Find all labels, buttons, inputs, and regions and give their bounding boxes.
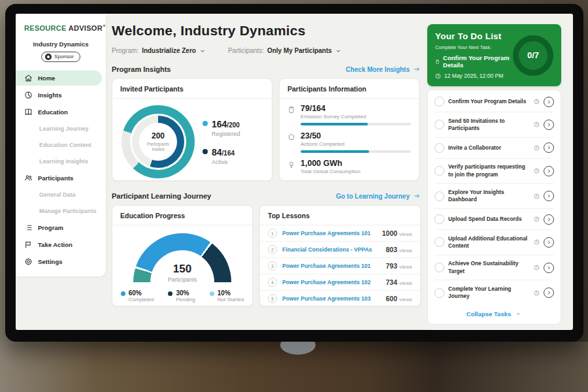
education-progress-title: Education Progress bbox=[112, 206, 252, 225]
education-gauge-chart: 150 Participants 60% Completed bbox=[112, 225, 252, 302]
task-label: Upload Spend Data Records bbox=[448, 216, 530, 223]
participants-filter-label: Participants: bbox=[228, 47, 264, 54]
task-open-button[interactable] bbox=[544, 191, 554, 201]
chevron-down-icon bbox=[335, 48, 342, 54]
check-more-insights-link[interactable]: Check More Insights bbox=[346, 66, 421, 73]
task-open-button[interactable] bbox=[544, 166, 554, 176]
clock-icon bbox=[534, 290, 540, 296]
sidebar-item-insights[interactable]: Insights bbox=[16, 88, 102, 103]
task-open-button[interactable] bbox=[544, 214, 554, 225]
lesson-link[interactable]: Power Purchase Agreements 101 bbox=[282, 263, 381, 269]
task-open-button[interactable] bbox=[544, 237, 554, 248]
pending-pct: 30% bbox=[176, 289, 195, 297]
task-checkbox[interactable] bbox=[434, 191, 444, 201]
sidebar-item-label: Learning Journey bbox=[39, 125, 89, 132]
learning-journey-header: Participant Learning Journey Go to Learn… bbox=[112, 192, 421, 200]
go-to-learning-journey-link[interactable]: Go to Learning Journey bbox=[336, 193, 421, 200]
arrow-right-icon bbox=[413, 193, 421, 199]
bulb-icon bbox=[287, 161, 295, 169]
logo-text-primary: RESOURCE bbox=[24, 24, 67, 32]
clock-icon bbox=[534, 99, 540, 105]
clock-icon bbox=[534, 193, 540, 199]
lesson-link[interactable]: Power Purchase Agreements 101 bbox=[282, 230, 377, 237]
top-lessons-title: Top Lessons bbox=[260, 206, 420, 225]
recent-news-title: Recent News bbox=[428, 329, 570, 330]
actions-icon bbox=[287, 133, 295, 141]
views-word: views bbox=[399, 231, 412, 237]
task-open-button[interactable] bbox=[544, 97, 554, 107]
task-checkbox[interactable] bbox=[434, 166, 444, 176]
task-label: Send 50 Invitations to Participants bbox=[448, 118, 530, 133]
go-to-learning-journey-label: Go to Learning Journey bbox=[336, 193, 410, 200]
task-checkbox[interactable] bbox=[434, 237, 444, 247]
chevron-right-icon bbox=[546, 122, 551, 127]
todo-next-task-label: Confirm Your Program Details bbox=[443, 54, 513, 69]
lesson-row[interactable]: 5 Power Purchase Agreements 103 600 view… bbox=[260, 291, 420, 306]
lesson-rank: 2 bbox=[268, 245, 277, 254]
participants-information-body: 79/164 Emission Survey Completed 23/50 A… bbox=[280, 99, 419, 174]
lesson-row[interactable]: 1 Power Purchase Agreements 101 1000 vie… bbox=[260, 225, 420, 242]
legend-registered: 164/200 Registered bbox=[203, 118, 240, 137]
sidebar-item-education-content[interactable]: Education Content bbox=[20, 139, 102, 152]
sidebar-item-home[interactable]: Home bbox=[16, 71, 102, 86]
clipboard-icon bbox=[287, 106, 295, 114]
task-open-button[interactable] bbox=[544, 263, 554, 273]
views-word: views bbox=[399, 297, 412, 302]
participants-filter[interactable]: Participants: Only My Participants bbox=[228, 47, 342, 54]
top-lessons-card: Top Lessons 1 Power Purchase Agreements … bbox=[259, 205, 421, 306]
program-filter[interactable]: Program: Industrialize Zero bbox=[112, 47, 206, 54]
lesson-views: 600 bbox=[386, 295, 398, 302]
registered-value: 164 bbox=[212, 119, 227, 129]
program-insights-header: Program Insights Check More Insights bbox=[112, 65, 421, 73]
task-open-button[interactable] bbox=[544, 287, 554, 298]
sidebar-item-program[interactable]: Program bbox=[16, 220, 102, 235]
lesson-row[interactable]: 3 Power Purchase Agreements 101 793 view… bbox=[260, 258, 420, 274]
lesson-row[interactable]: 2 Financial Considerations - VPPAs 803 v… bbox=[260, 242, 420, 258]
sidebar-item-settings[interactable]: Settings bbox=[16, 254, 102, 269]
clock-icon bbox=[534, 168, 540, 174]
education-progress-card: Education Progress 150 Participants bbox=[112, 205, 253, 306]
task-row: Upload Additional Educational Content bbox=[434, 230, 554, 255]
task-checkbox[interactable] bbox=[434, 120, 444, 129]
collapse-tasks-button[interactable]: Collapse Tasks bbox=[434, 305, 554, 320]
task-checkbox[interactable] bbox=[434, 214, 444, 224]
sidebar-item-manage-participants[interactable]: Manage Participants bbox=[20, 204, 102, 218]
sidebar-item-participants[interactable]: Participants bbox=[16, 171, 102, 186]
registered-dot-icon bbox=[203, 121, 208, 126]
lesson-link[interactable]: Financial Considerations - VPPAs bbox=[282, 246, 381, 253]
emission-survey-label: Emission Survey Completed bbox=[301, 114, 411, 120]
chevron-right-icon bbox=[546, 193, 551, 199]
gauge-center: 150 Participants bbox=[133, 263, 231, 283]
people-icon bbox=[24, 174, 33, 182]
lesson-views: 793 bbox=[386, 262, 398, 270]
not-started-dot-icon bbox=[210, 291, 214, 296]
lesson-row[interactable]: 4 Power Purchase Agreements 102 734 view… bbox=[260, 274, 420, 291]
sponsor-icon bbox=[45, 54, 52, 60]
task-open-button[interactable] bbox=[544, 142, 554, 153]
views-word: views bbox=[399, 248, 412, 253]
lesson-rank: 1 bbox=[268, 229, 277, 238]
clock-icon bbox=[534, 122, 540, 127]
task-label: Confirm Your Program Details bbox=[448, 98, 530, 105]
task-checkbox[interactable] bbox=[434, 288, 444, 298]
task-checkbox[interactable] bbox=[434, 97, 444, 106]
lesson-link[interactable]: Power Purchase Agreements 103 bbox=[282, 295, 381, 302]
clock-icon bbox=[534, 216, 540, 222]
page-title: Welcome, Industry Dynamics bbox=[112, 23, 421, 39]
task-checkbox[interactable] bbox=[434, 143, 444, 153]
task-checkbox[interactable] bbox=[434, 263, 444, 272]
lesson-link[interactable]: Power Purchase Agreements 102 bbox=[282, 279, 381, 286]
stat-global-consumption: 1,000 GWh Total Global Consumption bbox=[287, 159, 411, 174]
sidebar-item-general-data[interactable]: General Data bbox=[20, 188, 102, 201]
sidebar-item-education[interactable]: Education bbox=[16, 105, 102, 120]
book-icon bbox=[24, 108, 33, 116]
task-row: Upload Spend Data Records bbox=[434, 209, 554, 230]
active-label: Active bbox=[212, 159, 235, 165]
sidebar-item-take-action[interactable]: Take Action bbox=[16, 237, 102, 252]
sidebar-item-learning-insights[interactable]: Learning Insights bbox=[20, 155, 102, 168]
task-open-button[interactable] bbox=[544, 120, 554, 130]
learning-journey-title: Participant Learning Journey bbox=[112, 192, 211, 200]
todo-header-card: Your To Do List Complete Your Next Task:… bbox=[427, 24, 561, 86]
sidebar-item-learning-journey[interactable]: Learning Journey bbox=[20, 122, 102, 135]
sidebar-item-label: Manage Participants bbox=[39, 208, 97, 214]
